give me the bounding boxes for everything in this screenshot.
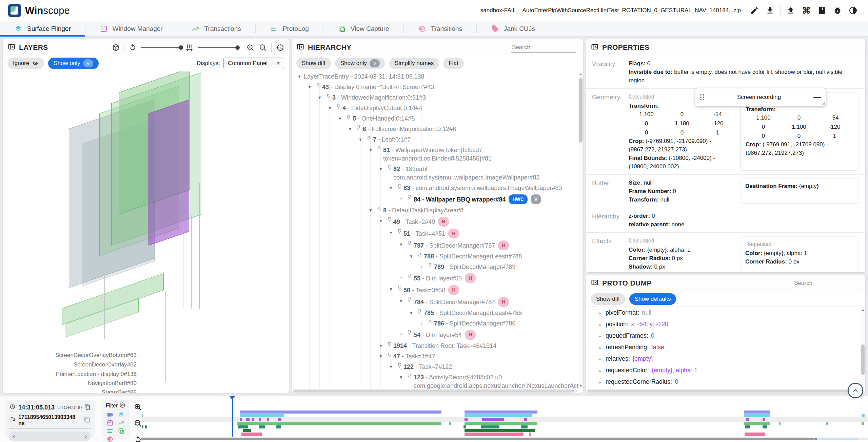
surface-flinger-track-bar[interactable] xyxy=(862,414,865,417)
tree-node[interactable]: ▼LayerTraceEntry - 2024-03-31, 14:31:05.… xyxy=(292,71,578,82)
proto-row-queuedFrames[interactable]: ●queuedFrames:0 xyxy=(586,330,860,342)
window-manager-track-bar[interactable] xyxy=(240,418,242,421)
tree-node[interactable]: ▼83 - com.android.systemui.wallpapers.Im… xyxy=(292,183,578,193)
protolog-track-bar[interactable] xyxy=(259,425,265,428)
copy-icon[interactable] xyxy=(84,404,91,411)
tree-node[interactable]: ▼81 - WallpaperWindowToken{fcfbcd7 token… xyxy=(292,145,578,164)
pin-icon[interactable] xyxy=(385,342,393,348)
shortcuts-button[interactable]: ⌘ xyxy=(800,4,813,17)
transactions-track-bar[interactable] xyxy=(449,422,451,425)
proto-row-requestedPosition[interactable]: ●requestedPosition:x: -54, y: -120 xyxy=(586,388,860,389)
expand-toggle-icon[interactable]: ▼ xyxy=(397,297,406,306)
tree-node[interactable]: ●789 - SplitDecorManager#789 xyxy=(292,262,578,272)
dock-panel-icon[interactable] xyxy=(591,278,599,288)
filter-viewcapture-toggle[interactable] xyxy=(117,427,126,435)
timeline-canvas[interactable] xyxy=(141,396,868,442)
proto-row-position[interactable]: ●position:x: -54, y: -120 xyxy=(586,319,860,330)
download-button[interactable] xyxy=(763,4,777,17)
tab-jank-cujs[interactable]: Jank CUJs xyxy=(477,21,549,36)
contrast-button[interactable] xyxy=(846,4,860,17)
tree-node[interactable]: ▼787 - SplitDecorManager#787H xyxy=(292,239,578,251)
chip-ignore[interactable]: Ignore xyxy=(7,58,44,69)
chip-show-only[interactable]: Show onlyV xyxy=(335,58,385,69)
tree-node[interactable]: ▼47 - Task=1#47 xyxy=(292,351,578,362)
tree-node[interactable]: ▼51 - Task=4#51H xyxy=(292,228,578,239)
window-manager-track-bar[interactable] xyxy=(763,418,765,421)
pin-icon[interactable] xyxy=(416,252,424,258)
pin-icon[interactable] xyxy=(395,285,403,291)
pin-icon[interactable] xyxy=(375,206,383,212)
drag-handle-icon[interactable] xyxy=(700,94,705,100)
expand-toggle-icon[interactable]: ▼ xyxy=(376,352,385,361)
scroll-up-icon[interactable]: ▲ xyxy=(578,72,583,76)
screen-recording-track-bar[interactable] xyxy=(465,411,537,414)
tree-node[interactable]: ▼3 - WindowedMagnification:0:31#3 xyxy=(292,92,578,103)
transactions-track-bar[interactable] xyxy=(826,422,828,425)
window-manager-track-bar[interactable] xyxy=(482,418,504,421)
tree-node[interactable]: ●786 - SplitDecorManager#786 xyxy=(292,318,578,329)
window-manager-track-bar[interactable] xyxy=(278,418,281,421)
filter-collapse-icon[interactable] xyxy=(119,402,125,409)
transitions-track-bar[interactable] xyxy=(465,433,524,436)
chip-flat[interactable]: Flat xyxy=(443,58,463,69)
dock-panel-icon[interactable] xyxy=(591,43,599,52)
pin-icon[interactable] xyxy=(406,297,414,303)
resize-handle[interactable] xyxy=(821,101,825,105)
surface-flinger-track-bar[interactable] xyxy=(465,414,532,417)
pin-icon[interactable] xyxy=(406,330,414,336)
chip-show-diff[interactable]: Show diff xyxy=(591,293,625,305)
layer-label[interactable]: ScreenDecorOverlayBottom#63 xyxy=(6,352,137,359)
expand-toggle-icon[interactable]: ▼ xyxy=(387,184,395,192)
surface-flinger-track-bar[interactable] xyxy=(240,414,284,417)
pin-icon[interactable] xyxy=(406,373,414,379)
pin-icon[interactable] xyxy=(416,309,424,315)
transactions-track-bar[interactable] xyxy=(465,422,537,425)
expand-toggle-icon[interactable]: ▼ xyxy=(366,146,375,154)
layer-label[interactable]: PointerLocation - display 0#136 xyxy=(6,371,137,378)
dock-panel-icon[interactable] xyxy=(7,43,16,52)
bug-button[interactable] xyxy=(831,4,844,17)
view-3d-button[interactable] xyxy=(112,43,120,52)
protolog-track-bar[interactable] xyxy=(142,425,143,428)
proto-search-input[interactable] xyxy=(793,278,858,288)
docs-button[interactable] xyxy=(815,4,829,17)
timeline-cursor[interactable] xyxy=(232,397,233,437)
chip-show-only[interactable]: Show onlyV xyxy=(48,58,98,69)
expand-toggle-icon[interactable]: ▼ xyxy=(305,83,314,91)
slider-knob[interactable] xyxy=(235,45,240,50)
previous-frame-button[interactable]: ‹ xyxy=(13,433,15,440)
tab-transitions[interactable]: Transitions xyxy=(404,21,476,36)
timeline-scrollbar[interactable] xyxy=(141,438,868,440)
expand-toggle-icon[interactable]: ▼ xyxy=(366,206,375,215)
filter-window-toggle[interactable] xyxy=(106,419,115,426)
hierarchy-search-input[interactable] xyxy=(511,43,576,52)
tree-node[interactable]: ▼1914 - Transition Root: Task=46#1914 xyxy=(292,341,578,351)
expand-toggle-icon[interactable]: ▼ xyxy=(295,72,304,81)
protolog-track-bar[interactable] xyxy=(238,425,248,428)
tree-node[interactable]: ▼784 - SplitDecorManager#784H xyxy=(292,296,578,308)
layer-label[interactable]: ScreenDecorOverlay#62 xyxy=(6,361,137,368)
surface-flinger-track-bar[interactable] xyxy=(142,414,143,417)
zoom-out-button[interactable] xyxy=(259,43,267,52)
scrollbar-filled[interactable] xyxy=(141,438,814,440)
transactions-track-bar[interactable] xyxy=(779,422,781,425)
tree-node[interactable]: ▼7 - Leaf:0:1#7 xyxy=(292,134,578,145)
tree-node[interactable]: ▼123 - ActivityRecord{4788c02 u0 com.goo… xyxy=(292,372,578,389)
hierarchy-vertical-scrollbar[interactable]: ▲ ▼ xyxy=(578,71,583,388)
layer-label[interactable]: StatusBar#85 xyxy=(6,389,137,393)
pin-icon[interactable] xyxy=(406,194,414,201)
scrollbar-handle[interactable] xyxy=(814,438,817,440)
surface-flinger-track-bar[interactable] xyxy=(744,414,770,417)
pin-icon[interactable] xyxy=(385,165,393,171)
zoom-in-button[interactable] xyxy=(246,43,255,52)
protolog-track-bar[interactable] xyxy=(145,425,147,428)
window-manager-track-bar[interactable] xyxy=(746,418,749,421)
protolog-track-bar[interactable] xyxy=(463,425,466,428)
pin-icon[interactable] xyxy=(334,104,342,110)
screen-recording-track-bar[interactable] xyxy=(744,411,770,414)
proto-row-refreshPending[interactable]: ●refreshPending:false xyxy=(586,342,860,353)
tree-node[interactable]: ▼50 - Task=3#50H xyxy=(292,284,578,296)
filter-transactions-toggle[interactable] xyxy=(117,419,126,426)
pin-icon[interactable] xyxy=(375,146,383,152)
tree-node[interactable]: ●54 - Dim layer#54H xyxy=(292,329,578,341)
